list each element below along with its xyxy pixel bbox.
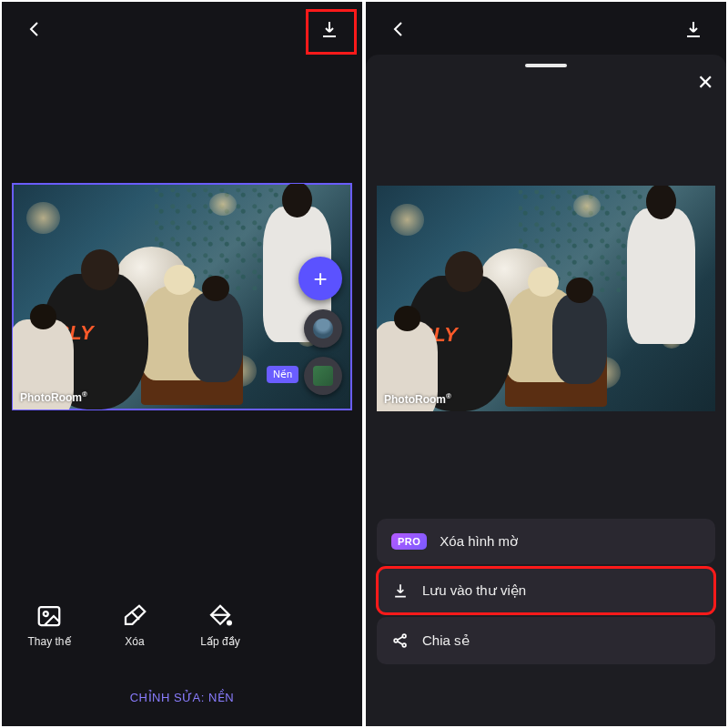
download-button[interactable] — [677, 13, 710, 46]
watermark-text: PhotoRoom® — [20, 390, 87, 404]
tool-fill[interactable]: Lấp đầy — [195, 602, 246, 648]
export-menu: PRO Xóa hình mờ Lưu vào thư viện Chia sẻ — [377, 519, 715, 664]
sheet-grabber[interactable] — [525, 64, 567, 67]
menu-save-library[interactable]: Lưu vào thư viện — [377, 567, 715, 614]
plus-icon: + — [313, 265, 327, 293]
tool-fill-label: Lấp đầy — [200, 635, 239, 648]
download-button[interactable] — [313, 13, 346, 46]
tool-delete-label: Xóa — [125, 635, 144, 648]
layer-person[interactable] — [304, 309, 342, 348]
tool-replace-label: Thay thế — [27, 635, 70, 648]
eraser-icon — [121, 602, 148, 630]
editor-mode-label: CHỈNH SỬA: NỀN — [2, 691, 362, 704]
menu-share[interactable]: Chia sẻ — [377, 617, 715, 664]
tool-replace[interactable]: Thay thế — [24, 602, 75, 648]
export-sheet: ✕ SLY PhotoRoom® PRO Xóa hình mờ — [366, 55, 726, 726]
bottom-toolbar: Thay thế Xóa Lấp đầy — [2, 602, 362, 648]
menu-save-library-label: Lưu vào thư viện — [422, 582, 526, 599]
share-icon — [391, 632, 410, 650]
layer-background[interactable]: Nền — [304, 357, 342, 395]
menu-remove-watermark[interactable]: PRO Xóa hình mờ — [377, 519, 715, 564]
svg-rect-0 — [39, 607, 60, 625]
add-layer-button[interactable]: + — [298, 257, 342, 300]
watermark-text: PhotoRoom® — [384, 392, 451, 406]
back-button[interactable] — [382, 13, 415, 46]
preview-photo: SLY PhotoRoom® — [377, 186, 715, 411]
svg-point-3 — [394, 639, 398, 642]
editor-screen: SLY PhotoRoom® + Nền Thay thế Xóa Lấp đầ… — [2, 2, 362, 726]
close-icon: ✕ — [697, 71, 713, 94]
pro-badge: PRO — [391, 533, 427, 550]
close-button[interactable]: ✕ — [697, 71, 713, 95]
svg-point-1 — [44, 612, 48, 616]
download-icon — [391, 581, 410, 600]
svg-point-4 — [402, 634, 406, 638]
export-topbar — [366, 2, 726, 56]
svg-point-5 — [402, 643, 406, 647]
export-screen: ✕ SLY PhotoRoom® PRO Xóa hình mờ — [366, 2, 726, 726]
svg-point-2 — [228, 622, 231, 625]
back-button[interactable] — [18, 13, 51, 46]
editor-topbar — [2, 2, 362, 56]
menu-share-label: Chia sẻ — [422, 632, 470, 649]
layer-background-label: Nền — [267, 366, 298, 383]
tool-delete[interactable]: Xóa — [109, 602, 160, 648]
layer-stack: + Nền — [298, 257, 342, 395]
paint-bucket-icon — [207, 602, 234, 630]
preview-area: SLY PhotoRoom® — [366, 186, 726, 411]
image-icon — [35, 602, 63, 630]
menu-remove-watermark-label: Xóa hình mờ — [440, 533, 518, 550]
